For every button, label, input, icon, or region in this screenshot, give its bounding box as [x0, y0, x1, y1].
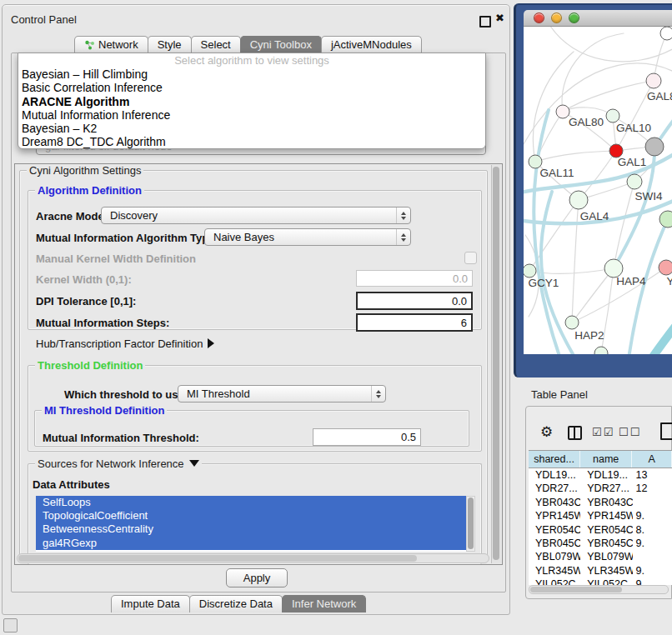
algorithm-option-basic-correlation-inference[interactable]: Basic Correlation Inference: [18, 81, 485, 94]
minimize-window-icon[interactable]: [551, 12, 562, 23]
network-edge[interactable]: [647, 320, 672, 354]
attribute-item-topologicalcoefficient[interactable]: TopologicalCoefficient: [36, 509, 466, 522]
sources-group-title[interactable]: Sources for Network Inference: [35, 458, 202, 470]
aracne-mode-value: Discovery: [110, 209, 396, 222]
node-table: shared...nameA YDL19...YDL19...13YDR27..…: [529, 450, 672, 585]
dpi-tolerance-field[interactable]: 0.0: [356, 292, 473, 310]
data-attributes-list[interactable]: SelfLoopsTopologicalCoefficientBetweenne…: [36, 496, 466, 552]
select-all-columns-icon[interactable]: ☑☑: [592, 426, 614, 438]
column-header-name[interactable]: name: [580, 451, 632, 468]
attribute-item-betweennesscentrality[interactable]: BetweennessCentrality: [36, 522, 466, 536]
gear-icon[interactable]: ⚙: [540, 423, 553, 440]
table-horizontal-scrollbar-thumb[interactable]: [530, 587, 622, 592]
tab-jactivemnodules[interactable]: jActiveMNodules: [321, 36, 422, 53]
tab-infer-network[interactable]: Infer Network: [282, 595, 366, 612]
algorithm-list: Bayesian – Hill ClimbingBasic Correlatio…: [18, 68, 485, 149]
node-label-gal11: GAL11: [539, 167, 574, 179]
tab-select[interactable]: Select: [191, 36, 241, 53]
network-node-gcy1[interactable]: [524, 264, 536, 278]
table-row[interactable]: YDR27...YDR27...12: [529, 482, 672, 495]
network-edge[interactable]: [614, 182, 634, 268]
table-row[interactable]: YBL079WYBL079W: [529, 550, 672, 563]
network-node-gal80[interactable]: [556, 105, 569, 118]
show-columns-icon[interactable]: [568, 426, 582, 440]
algorithm-option-aracne-algorithm[interactable]: ARACNE Algorithm: [18, 95, 485, 108]
collapse-down-icon[interactable]: [189, 460, 199, 467]
network-edge[interactable]: [562, 33, 624, 112]
mi-type-label: Mutual Information Algorithm Type:: [36, 232, 218, 244]
network-node-y-node[interactable]: [659, 260, 672, 275]
table-cell: YBL079W: [529, 550, 580, 563]
settings-vertical-scrollbar-thumb[interactable]: [493, 167, 499, 560]
network-edge[interactable]: [535, 151, 616, 162]
data-attributes-label: Data Attributes: [33, 478, 110, 491]
tab-discretize-data[interactable]: Discretize Data: [189, 595, 283, 612]
table-cell: YLR345W: [580, 564, 632, 578]
kernel-width-field[interactable]: 0.0: [356, 270, 473, 287]
close-window-icon[interactable]: [534, 12, 544, 23]
float-panel-icon[interactable]: [479, 16, 491, 28]
node-label-gcy1: GCY1: [529, 277, 559, 289]
table-cell: YIL052C: [580, 578, 632, 585]
network-node-swi4[interactable]: [627, 174, 642, 189]
column-header-a[interactable]: A: [632, 451, 672, 468]
table-row[interactable]: YPR145WYPR145W9.: [529, 509, 672, 522]
column-header-shared[interactable]: shared...: [529, 451, 580, 468]
network-edge[interactable]: [549, 27, 672, 62]
tab-network[interactable]: Network: [74, 36, 148, 53]
import-table-icon[interactable]: [660, 422, 672, 440]
table-row[interactable]: YLR345WYLR345W9.: [529, 564, 672, 578]
mi-threshold-field[interactable]: 0.5: [313, 428, 421, 446]
which-threshold-combobox[interactable]: MI Threshold: [178, 385, 386, 402]
aracne-mode-combobox[interactable]: Discovery: [101, 207, 411, 224]
network-node-green-right[interactable]: [659, 211, 672, 228]
table-cell: YDR27...: [529, 482, 580, 495]
algorithm-option-dream8-dc-tdc-algorithm[interactable]: Dream8 DC_TDC Algorithm: [18, 135, 485, 148]
mi-steps-field[interactable]: 6: [356, 313, 473, 332]
table-cell: 12: [633, 482, 672, 495]
settings-horizontal-scrollbar-thumb[interactable]: [18, 555, 417, 562]
table-cell: [633, 496, 672, 509]
threshold-definition-title: Threshold Definition: [35, 359, 145, 372]
network-node-bottom-node[interactable]: [594, 347, 608, 354]
network-view-canvas[interactable]: GAL8GAL80GAL10GAL1GAL11SWI4GAL4GCY1HAP4Y…: [524, 27, 672, 354]
tab-cyni-toolbox[interactable]: Cyni Toolbox: [240, 36, 322, 53]
table-row[interactable]: YIL052CYIL052C9.: [529, 578, 672, 585]
cyni-algorithm-settings-title: Cyni Algorithm Settings: [27, 164, 143, 177]
mi-type-combobox[interactable]: Naive Bayes: [204, 228, 411, 246]
collapsed-panel-button[interactable]: [3, 618, 18, 632]
hub-section-toggle[interactable]: Hub/Transcription Factor Definition: [36, 338, 214, 350]
attributes-scrollbar-thumb[interactable]: [468, 498, 474, 549]
attribute-item-selfloops[interactable]: SelfLoops: [36, 496, 466, 509]
control-panel-window: Control Panel ✖ NetworkStyleSelectCyni T…: [2, 4, 510, 615]
tab-label: Cyni Toolbox: [250, 37, 312, 53]
tab-style[interactable]: Style: [148, 36, 192, 53]
algorithm-option-bayesian-hill-climbing[interactable]: Bayesian – Hill Climbing: [18, 68, 485, 81]
zoom-window-icon[interactable]: [569, 12, 579, 23]
expand-right-icon[interactable]: [208, 338, 214, 348]
network-node-gray-node[interactable]: [645, 138, 664, 156]
network-node-gal10[interactable]: [606, 109, 619, 122]
dpi-tolerance-label: DPI Tolerance [0,1]:: [36, 295, 136, 308]
network-node-top-arc[interactable]: [660, 27, 672, 40]
table-row[interactable]: YBR043CYBR043C: [529, 496, 672, 509]
table-row[interactable]: YER054CYER054C8.: [529, 523, 672, 537]
network-node-gal4[interactable]: [569, 191, 588, 209]
algorithm-option-bayesian-k2[interactable]: Bayesian – K2: [18, 122, 485, 135]
close-panel-icon[interactable]: ✖: [495, 12, 504, 24]
deselect-all-columns-icon[interactable]: ☐☐: [619, 426, 641, 438]
network-window-titlebar[interactable]: [524, 10, 672, 27]
network-node-hap2[interactable]: [565, 316, 579, 329]
manual-kernel-checkbox[interactable]: [464, 252, 477, 264]
network-edge[interactable]: [572, 200, 579, 322]
network-node-gal-top[interactable]: [646, 73, 661, 88]
apply-button[interactable]: Apply: [226, 568, 288, 588]
algorithm-option-mutual-information-inference[interactable]: Mutual Information Inference: [18, 108, 485, 122]
attribute-item-gal4rgexp[interactable]: gal4RGexp: [36, 537, 466, 550]
tab-impute-data[interactable]: Impute Data: [111, 595, 190, 612]
table-row[interactable]: YDL19...YDL19...13: [529, 468, 672, 482]
table-row[interactable]: YBR045CYBR045C9.: [529, 537, 672, 550]
network-edge[interactable]: [563, 108, 613, 116]
table-cell: 9.: [633, 537, 672, 550]
aracne-mode-label: Aracne Mode:: [36, 210, 108, 222]
